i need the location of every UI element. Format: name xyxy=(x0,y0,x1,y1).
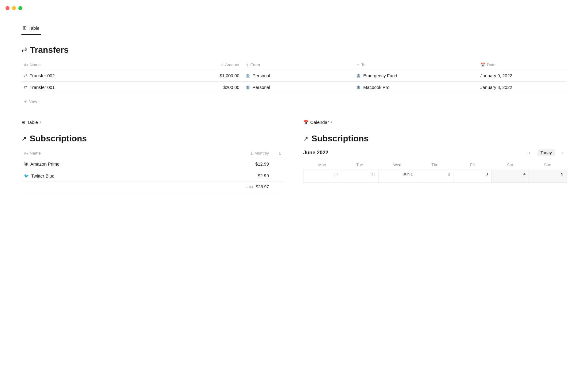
calendar-nav-controls: ‹ Today › xyxy=(526,149,567,156)
transfer-row-icon: ⇄ xyxy=(24,73,27,78)
account-to-icon: 🏦 xyxy=(356,85,361,90)
title-bar xyxy=(0,0,588,16)
calendar-week-row: 3031Jun 12345 xyxy=(303,170,567,183)
sum-empty xyxy=(21,182,168,192)
arrow-cal-icon: ↗ xyxy=(303,135,308,142)
subs-cell-extra xyxy=(273,170,285,182)
subs-cell-monthly: $2.99 xyxy=(168,170,273,182)
calendar-day-header: Mon xyxy=(303,161,341,170)
transfers-cell-amount: $1,000.00 xyxy=(154,70,243,82)
sigma-extra-icon: Σ xyxy=(279,151,281,155)
chevron-down-icon-cal: ▾ xyxy=(331,120,333,124)
transfers-heading: Transfers xyxy=(30,45,69,55)
subscriptions-calendar-view-label: Calendar xyxy=(310,120,329,125)
main-content: ⊞ Table ⇄ Transfers Aa Name # Amount xyxy=(0,16,588,207)
transfers-col-amount: # Amount xyxy=(154,60,243,70)
calendar-today-button[interactable]: Today xyxy=(537,149,555,156)
calendar-day-cell[interactable]: 30 xyxy=(303,170,341,183)
minimize-button[interactable] xyxy=(12,6,16,10)
plus-icon: + xyxy=(24,99,27,104)
subscriptions-table-title: ↗ Subscriptions xyxy=(21,134,285,144)
subs-cell-extra xyxy=(273,158,285,170)
transfers-cell-from: 🏦 Personal xyxy=(243,82,354,93)
calendar-day-cell[interactable]: Jun 1 xyxy=(379,170,416,183)
account-from-icon: 🏦 xyxy=(246,85,250,90)
calendar-next-button[interactable]: › xyxy=(559,149,567,156)
sub-col-extra: Σ xyxy=(273,149,285,158)
subs-cell-name: 🐦 Twitter Blue xyxy=(21,170,168,182)
transfers-table: Aa Name # Amount ↗ From xyxy=(21,60,567,93)
calendar-navigation: June 2022 ‹ Today › xyxy=(303,149,567,156)
subscriptions-table-view-label: Table xyxy=(27,120,38,125)
calendar-day-cell[interactable]: 31 xyxy=(341,170,379,183)
transfers-row[interactable]: ⇄ Transfer 002 $1,000.00 🏦 Personal 🏦 Em… xyxy=(21,70,567,82)
transfers-cell-amount: $200.00 xyxy=(154,82,243,93)
close-button[interactable] xyxy=(6,6,9,10)
subscriptions-calendar-panel: 📅 Calendar ▾ ↗ Subscriptions June 2022 ‹… xyxy=(303,120,567,194)
subscriptions-row[interactable]: ⓐ Amazon Prime $12.99 xyxy=(21,158,285,170)
subscriptions-row[interactable]: 🐦 Twitter Blue $2.99 xyxy=(21,170,285,182)
calendar-day-cell[interactable]: 5 xyxy=(529,170,567,183)
sub-col-monthly: Σ Monthly xyxy=(168,149,273,158)
calendar-prev-button[interactable]: ‹ xyxy=(526,149,533,156)
subscriptions-calendar-title: ↗ Subscriptions xyxy=(303,134,567,144)
sigma-monthly-icon: Σ xyxy=(251,151,253,155)
tab-bar: ⊞ Table xyxy=(21,22,567,35)
date-icon: 📅 xyxy=(481,63,485,67)
transfers-col-name: Aa Name xyxy=(21,60,154,70)
transfers-row[interactable]: ⇄ Transfer 001 $200.00 🏦 Personal 🏦 Macb… xyxy=(21,82,567,93)
transfers-col-date: 📅 Date xyxy=(478,60,567,70)
subscriptions-table-heading: Subscriptions xyxy=(30,134,87,144)
transfers-cell-name: ⇄ Transfer 002 xyxy=(21,70,154,82)
arrow-from-icon: ↗ xyxy=(244,62,250,67)
calendar-icon: 📅 xyxy=(303,120,308,125)
table-icon: ⊞ xyxy=(23,25,27,31)
calendar-day-header: Tue xyxy=(341,161,379,170)
calendar-day-header: Wed xyxy=(379,161,416,170)
transfers-cell-to: 🏦 Macbook Pro xyxy=(354,82,478,93)
transfers-cell-date: January 8, 2022 xyxy=(478,82,567,93)
calendar-day-cell[interactable]: 2 xyxy=(416,170,454,183)
account-from-icon: 🏦 xyxy=(246,74,250,78)
calendar-grid: MonTueWedThuFriSatSun 3031Jun 12345 xyxy=(303,161,567,183)
subs-cell-name: ⓐ Amazon Prime xyxy=(21,158,168,170)
calendar-day-cell[interactable]: 4 xyxy=(491,170,529,183)
calendar-day-header: Thu xyxy=(416,161,454,170)
calendar-day-cell[interactable]: 3 xyxy=(454,170,491,183)
calendar-month-label: June 2022 xyxy=(303,150,328,156)
subs-row-icon: 🐦 xyxy=(24,174,29,178)
arrow-to-icon: ↗ xyxy=(355,62,361,67)
sum-cell: SUM $25.97 xyxy=(168,182,273,192)
transfers-new-row[interactable]: + New xyxy=(21,96,567,107)
subscriptions-table-panel: ⊞ Table ▾ ↗ Subscriptions Aa Name xyxy=(21,120,285,194)
bottom-grid: ⊞ Table ▾ ↗ Subscriptions Aa Name xyxy=(21,120,567,194)
transfer-row-icon: ⇄ xyxy=(24,85,27,90)
chevron-down-icon: ▾ xyxy=(40,120,42,124)
subscriptions-table: Aa Name Σ Monthly Σ xyxy=(21,149,285,192)
subscriptions-calendar-heading: Subscriptions xyxy=(311,134,369,144)
subs-row-icon: ⓐ xyxy=(24,161,28,167)
tab-table[interactable]: ⊞ Table xyxy=(21,22,41,35)
transfers-cell-from: 🏦 Personal xyxy=(243,70,354,82)
subscriptions-table-header[interactable]: ⊞ Table ▾ xyxy=(21,120,285,128)
transfers-col-to: ↗ To xyxy=(354,60,478,70)
hash-icon: # xyxy=(221,62,224,67)
subs-cell-monthly: $12.99 xyxy=(168,158,273,170)
tab-table-label: Table xyxy=(28,25,40,31)
aa-icon: Aa xyxy=(24,63,28,67)
transfers-col-from: ↗ From xyxy=(243,60,354,70)
new-row-label: New xyxy=(28,99,37,104)
account-to-icon: 🏦 xyxy=(356,74,361,78)
calendar-day-header: Sat xyxy=(491,161,529,170)
sum-value: $25.97 xyxy=(256,184,269,189)
transfers-icon: ⇄ xyxy=(21,46,27,54)
calendar-day-header: Fri xyxy=(454,161,491,170)
table-icon-sub: ⊞ xyxy=(21,120,25,125)
subscriptions-calendar-header[interactable]: 📅 Calendar ▾ xyxy=(303,120,567,128)
transfers-cell-name: ⇄ Transfer 001 xyxy=(21,82,154,93)
arrow-sub-icon: ↗ xyxy=(21,135,27,142)
maximize-button[interactable] xyxy=(18,6,22,10)
calendar-day-header: Sun xyxy=(529,161,567,170)
aa-icon-sub: Aa xyxy=(24,151,28,155)
sub-col-name: Aa Name xyxy=(21,149,168,158)
